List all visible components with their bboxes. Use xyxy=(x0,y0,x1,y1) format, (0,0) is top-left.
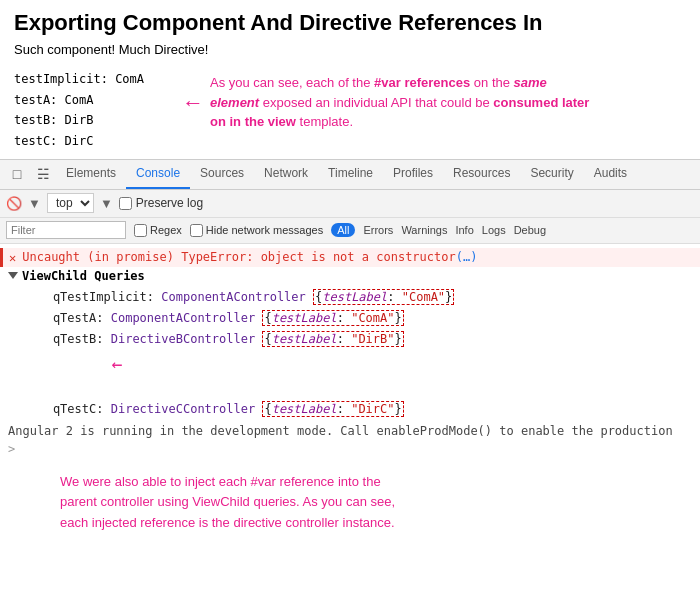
log-level-logs[interactable]: Logs xyxy=(482,224,506,236)
console-info-line: Angular 2 is running in the development … xyxy=(0,422,700,440)
console-line-3: qTestB: DirectiveBController {testLabel:… xyxy=(0,329,700,398)
code-vars: testImplicit: ComA testA: ComA testB: Di… xyxy=(14,67,174,151)
log-level-debug[interactable]: Debug xyxy=(514,224,546,236)
hide-network-label: Hide network messages xyxy=(206,224,323,236)
clear-console-icon[interactable]: 🚫 xyxy=(6,196,22,211)
log-level-all[interactable]: All xyxy=(331,223,355,237)
console-output: ✕ Uncaught (in promise) TypeError: objec… xyxy=(0,244,700,462)
left-arrow-icon: ← xyxy=(182,90,204,116)
error-text: Uncaught (in promise) TypeError: object … xyxy=(22,250,477,264)
code-var-line: testA: ComA xyxy=(14,90,174,110)
console-prompt[interactable]: > xyxy=(0,440,700,458)
tab-timeline[interactable]: Timeline xyxy=(318,159,383,189)
console-line-2: qTestA: ComponentAController {testLabel:… xyxy=(0,308,700,329)
console-line-1: qTestImplicit: ComponentAController {tes… xyxy=(0,287,700,308)
article-title: Exporting Component And Directive Refere… xyxy=(14,10,686,36)
code-var-line: testImplicit: ComA xyxy=(14,69,174,89)
log-level-info[interactable]: Info xyxy=(455,224,473,236)
log-level-warnings[interactable]: Warnings xyxy=(401,224,447,236)
console-error-line: ✕ Uncaught (in promise) TypeError: objec… xyxy=(0,248,700,267)
inspect-icon[interactable]: □ xyxy=(4,160,30,188)
code-var-line: testB: DirB xyxy=(14,110,174,130)
article-middle: testImplicit: ComA testA: ComA testB: Di… xyxy=(14,67,686,151)
filter-icon[interactable]: ▼ xyxy=(28,196,41,211)
article-area: Exporting Component And Directive Refere… xyxy=(0,0,700,159)
log-level-errors[interactable]: Errors xyxy=(363,224,393,236)
devtools-tabs-bar: □ ☵ Elements Console Sources Network Tim… xyxy=(0,160,700,190)
preserve-log-label[interactable]: Preserve log xyxy=(119,196,203,210)
context-select[interactable]: top xyxy=(47,193,94,213)
console-toolbar: 🚫 ▼ top ▼ Preserve log xyxy=(0,190,700,218)
bottom-annotation: We were also able to inject each #var re… xyxy=(0,462,700,544)
tab-network[interactable]: Network xyxy=(254,159,318,189)
preserve-log-checkbox[interactable] xyxy=(119,197,132,210)
tab-audits[interactable]: Audits xyxy=(584,159,637,189)
group-title: ViewChild Queries xyxy=(22,269,145,283)
hide-network-option[interactable]: Hide network messages xyxy=(190,224,323,237)
tab-elements[interactable]: Elements xyxy=(56,159,126,189)
expand-icon[interactable]: ▼ xyxy=(100,196,113,211)
tab-profiles[interactable]: Profiles xyxy=(383,159,443,189)
regex-checkbox[interactable] xyxy=(134,224,147,237)
devtools-panel: □ ☵ Elements Console Sources Network Tim… xyxy=(0,159,700,462)
preserve-log-text: Preserve log xyxy=(136,196,203,210)
code-var-line: testC: DirC xyxy=(14,131,174,151)
hide-network-checkbox[interactable] xyxy=(190,224,203,237)
filter-bar: Regex Hide network messages All Errors W… xyxy=(0,218,700,244)
group-expand-icon[interactable] xyxy=(8,272,18,279)
console-line-4: qTestC: DirectiveCController {testLabel:… xyxy=(0,399,700,420)
error-icon: ✕ xyxy=(9,251,16,265)
tab-security[interactable]: Security xyxy=(520,159,583,189)
device-icon[interactable]: ☵ xyxy=(30,160,56,188)
tab-resources[interactable]: Resources xyxy=(443,159,520,189)
arrow-annotation: ← As you can see, each of the #var refer… xyxy=(182,73,590,132)
regex-option[interactable]: Regex xyxy=(134,224,182,237)
article-subtitle: Such component! Much Directive! xyxy=(14,42,686,57)
regex-label: Regex xyxy=(150,224,182,236)
tab-sources[interactable]: Sources xyxy=(190,159,254,189)
viewchild-group-label[interactable]: ViewChild Queries xyxy=(0,267,700,285)
tab-console[interactable]: Console xyxy=(126,159,190,189)
filter-input[interactable] xyxy=(6,221,126,239)
annotation-top-text: As you can see, each of the #var referen… xyxy=(210,73,590,132)
